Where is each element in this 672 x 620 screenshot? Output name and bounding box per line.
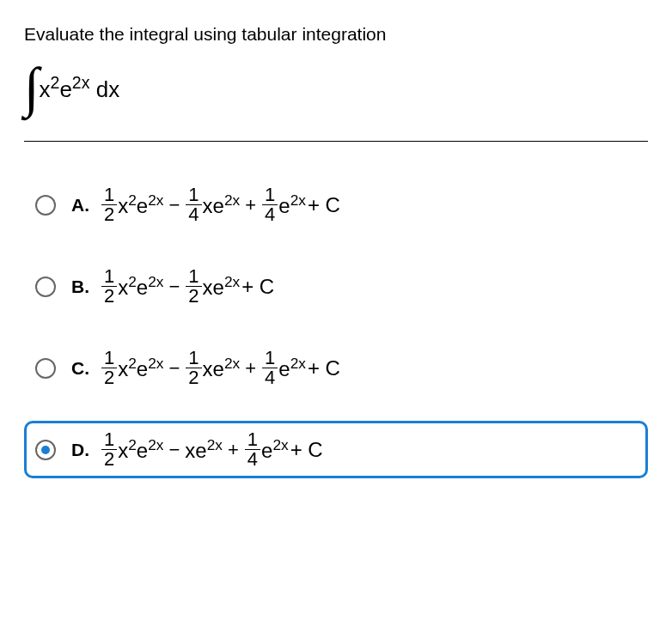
term: 14e2x [261, 185, 306, 224]
choice-expression: 12x2e2x−xe2x+14e2x + C [101, 430, 323, 469]
power-group: e2x [278, 191, 306, 218]
operator: + [228, 439, 239, 461]
radio-A[interactable] [35, 195, 56, 216]
plus-C: + C [308, 193, 340, 217]
choice-expression: 12x2e2x−14xe2x+14e2x + C [101, 185, 340, 224]
choices-list: A.12x2e2x−14xe2x+14e2x + CB.12x2e2x−12xe… [24, 176, 648, 478]
plus-C: + C [290, 438, 323, 462]
choice-label: A. [71, 195, 101, 216]
power-group: x2e2x [118, 436, 163, 463]
fraction: 12 [186, 267, 201, 306]
term: xe2x [185, 436, 223, 463]
power-group: e2x [278, 355, 306, 381]
power-group: xe2x [203, 191, 241, 218]
power-group: xe2x [203, 273, 241, 300]
operator: − [168, 194, 180, 216]
choice-expression: 12x2e2x−12xe2x + C [101, 267, 274, 306]
fraction: 14 [262, 349, 278, 387]
operator: − [168, 357, 180, 380]
term: 14xe2x [185, 185, 240, 224]
power-group: e2x [261, 436, 289, 463]
term: 12x2e2x [101, 267, 163, 306]
operator: + [245, 194, 256, 216]
choice-A[interactable]: A.12x2e2x−14xe2x+14e2x + C [24, 176, 648, 234]
plus-C: + C [241, 275, 274, 299]
fraction: 12 [101, 267, 117, 306]
fraction: 14 [186, 185, 201, 224]
plus-C: + C [308, 356, 340, 380]
integral-sign-icon: ∫ [24, 60, 40, 115]
choice-label: B. [71, 277, 101, 297]
choice-label: D. [71, 440, 101, 460]
term: 12xe2x [185, 267, 240, 306]
term: 14e2x [261, 349, 306, 387]
integral-expression: ∫ x2e2x dx [24, 60, 648, 115]
choice-C[interactable]: C.12x2e2x−12xe2x+14e2x + C [24, 339, 648, 397]
divider [24, 141, 648, 142]
radio-D[interactable] [35, 440, 56, 460]
power-group: x2e2x [118, 191, 163, 218]
fraction: 12 [101, 185, 117, 224]
fraction: 14 [245, 430, 260, 469]
fraction: 12 [101, 430, 117, 469]
operator: − [168, 276, 180, 298]
choice-expression: 12x2e2x−12xe2x+14e2x + C [101, 349, 340, 387]
operator: + [245, 357, 256, 380]
term: 12x2e2x [101, 349, 163, 387]
integrand: x2e2x dx [40, 73, 120, 103]
power-group: x2e2x [118, 355, 163, 381]
term: 12x2e2x [101, 185, 163, 224]
fraction: 12 [186, 349, 201, 387]
radio-C[interactable] [35, 358, 56, 379]
choice-D[interactable]: D.12x2e2x−xe2x+14e2x + C [24, 421, 648, 478]
operator: − [168, 439, 180, 461]
fraction: 14 [262, 185, 278, 224]
term: 14e2x [244, 430, 289, 469]
power-group: x2e2x [118, 273, 163, 300]
power-group: xe2x [185, 436, 223, 463]
choice-B[interactable]: B.12x2e2x−12xe2x + C [24, 258, 648, 315]
choice-label: C. [71, 358, 101, 379]
radio-B[interactable] [35, 277, 56, 297]
power-group: xe2x [203, 355, 241, 381]
fraction: 12 [101, 349, 117, 387]
term: 12xe2x [185, 349, 240, 387]
question-text: Evaluate the integral using tabular inte… [24, 24, 648, 45]
term: 12x2e2x [101, 430, 163, 469]
